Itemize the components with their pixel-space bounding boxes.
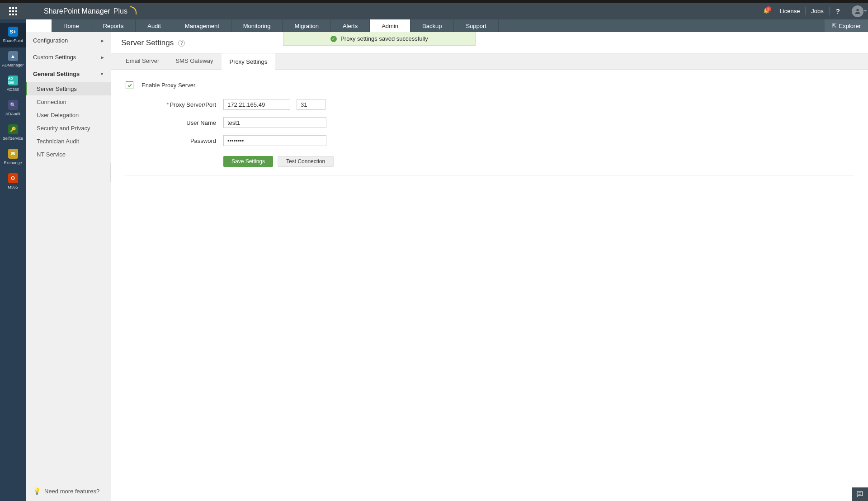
main-content: ✓ Proxy settings saved successfully Serv… [111, 32, 868, 501]
sidebar: Configuration ▶ Custom Settings ▶ Genera… [26, 32, 111, 501]
sidebar-item-server-settings[interactable]: Server Settings [26, 82, 111, 95]
rail-sharepoint[interactable]: S+ SharePoint [0, 23, 26, 47]
need-features-link[interactable]: 💡 Need more features? [26, 481, 111, 501]
explorer-label: Explorer [839, 23, 861, 29]
nav-alerts[interactable]: Alerts [331, 19, 370, 32]
exchange-icon: ✉ [8, 149, 18, 159]
lightbulb-icon: 💡 [33, 487, 41, 495]
sidebar-section-label: Custom Settings [33, 54, 76, 61]
sidebar-section-label: Configuration [33, 37, 68, 44]
save-settings-button[interactable]: Save Settings [223, 156, 273, 167]
sidebar-item-technician-audit[interactable]: Technician Audit [26, 135, 111, 148]
m365-icon: O [8, 173, 18, 183]
info-icon[interactable]: ? [178, 40, 185, 47]
license-link[interactable]: License [774, 7, 806, 15]
sidebar-section-general[interactable]: General Settings ▼ [26, 66, 111, 82]
nav-admin[interactable]: Admin [370, 19, 410, 32]
sharepoint-icon: S+ [8, 27, 18, 37]
rail-admanager[interactable]: ▲ ADManager [0, 47, 26, 72]
subtab-sms-gateway[interactable]: SMS Gateway [167, 53, 221, 69]
sidebar-item-security[interactable]: Security and Privacy [26, 122, 111, 135]
nav-home[interactable]: Home [52, 19, 91, 32]
notifications-button[interactable]: 2 [758, 8, 774, 15]
jobs-link[interactable]: Jobs [805, 7, 829, 15]
selfservice-icon: 🔑 [8, 124, 18, 134]
success-notice: ✓ Proxy settings saved successfully [283, 32, 476, 46]
notice-text: Proxy settings saved successfully [340, 35, 428, 42]
nav-migration[interactable]: Migration [283, 19, 330, 32]
chevron-right-icon: ▶ [101, 38, 104, 43]
ad360-icon: AD 360 [8, 76, 18, 85]
brand-logo: SharePoint Manager Plus [44, 7, 137, 15]
chevron-right-icon: ▶ [101, 55, 104, 60]
rail-label: ADManager [2, 63, 24, 67]
explorer-icon: ⇱ [832, 23, 836, 29]
rail-label: SelfService [3, 136, 24, 141]
adaudit-icon: 🔍 [8, 100, 18, 110]
nav-management[interactable]: Management [173, 19, 231, 32]
sidebar-item-user-delegation[interactable]: User Delegation [26, 109, 111, 122]
chat-button[interactable] [852, 487, 868, 501]
proxy-form: Enable Proxy Server *Proxy Server/Port U… [111, 70, 868, 187]
notif-badge: 2 [766, 6, 771, 12]
rail-exchange[interactable]: ✉ Exchange [0, 145, 26, 170]
app-rail: S+ SharePoint ▲ ADManager AD 360 AD360 🔍… [0, 19, 26, 501]
check-icon: ✓ [330, 36, 337, 42]
sidebar-section-custom[interactable]: Custom Settings ▶ [26, 49, 111, 66]
username-input[interactable] [223, 117, 326, 128]
nav-audit[interactable]: Audit [136, 19, 173, 32]
page-title: Server Settings [121, 38, 174, 47]
rail-m365[interactable]: O M365 [0, 170, 26, 194]
svg-point-0 [856, 9, 859, 11]
subtab-proxy-settings[interactable]: Proxy Settings [222, 53, 276, 70]
chevron-down-icon: ▼ [100, 72, 104, 76]
rail-label: AD360 [7, 87, 19, 92]
admanager-icon: ▲ [8, 51, 18, 61]
sidebar-section-configuration[interactable]: Configuration ▶ [26, 32, 111, 49]
enable-proxy-label: Enable Proxy Server [142, 82, 195, 89]
password-input[interactable] [223, 135, 326, 146]
enable-proxy-checkbox[interactable] [126, 81, 133, 89]
nav-support[interactable]: Support [454, 19, 499, 32]
username-label: User Name [125, 119, 223, 126]
rail-label: M365 [8, 185, 18, 189]
footer-label: Need more features? [44, 488, 99, 495]
divider [125, 175, 854, 175]
rail-label: SharePoint [3, 38, 23, 43]
password-label: Password [125, 137, 223, 144]
server-port-label: *Proxy Server/Port [125, 101, 223, 108]
sidebar-item-connection[interactable]: Connection [26, 95, 111, 109]
main-nav: Home Reports Audit Management Monitoring… [52, 19, 868, 32]
bell-icon: 2 [763, 8, 770, 15]
rail-adaudit[interactable]: 🔍 ADAudit [0, 96, 26, 121]
user-menu[interactable] [852, 5, 863, 17]
subtabs: Email Server SMS Gateway Proxy Settings [111, 53, 868, 70]
subtab-email-server[interactable]: Email Server [118, 53, 167, 69]
brand-suffix: Plus [113, 7, 127, 15]
rail-label: Exchange [4, 161, 22, 165]
proxy-server-input[interactable] [223, 99, 290, 110]
help-icon[interactable]: ? [829, 7, 846, 15]
proxy-port-input[interactable] [297, 99, 326, 110]
test-connection-button[interactable]: Test Connection [278, 156, 334, 167]
apps-grid-icon[interactable] [0, 3, 26, 19]
explorer-button[interactable]: ⇱ Explorer [825, 19, 868, 32]
nav-monitoring[interactable]: Monitoring [231, 19, 283, 32]
rail-label: ADAudit [5, 112, 20, 116]
brand-arc-icon [130, 6, 137, 14]
sidebar-section-label: General Settings [33, 71, 80, 77]
nav-backup[interactable]: Backup [410, 19, 454, 32]
rail-selfservice[interactable]: 🔑 SelfService [0, 121, 26, 145]
nav-reports[interactable]: Reports [91, 19, 136, 32]
brand-name: SharePoint Manager [44, 7, 110, 15]
chevron-down-icon [863, 10, 867, 14]
sidebar-item-nt-service[interactable]: NT Service [26, 148, 111, 161]
rail-ad360[interactable]: AD 360 AD360 [0, 72, 26, 96]
header: SharePoint Manager Plus 2 License Jobs ? [0, 3, 868, 19]
